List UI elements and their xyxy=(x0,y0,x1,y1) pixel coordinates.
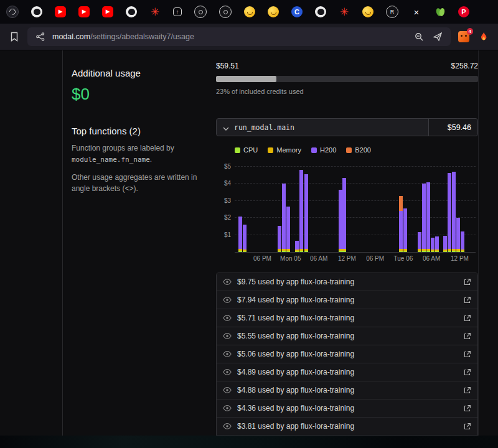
bar-segment-cpu xyxy=(448,251,451,252)
usage-row-text: $5.06 used by app flux-lora-training xyxy=(237,350,354,358)
tab-favicon-github-icon[interactable] xyxy=(126,6,137,17)
bar-segment-cpu xyxy=(435,251,439,252)
bar-segment-cpu xyxy=(456,251,460,252)
external-link-icon[interactable] xyxy=(463,368,471,376)
legend-item: H200 xyxy=(311,146,336,154)
usage-row-text: $4.36 used by app flux-lora-training xyxy=(237,404,354,413)
bar-segment-h200 xyxy=(295,241,299,250)
external-link-icon[interactable] xyxy=(463,350,471,358)
eye-icon[interactable] xyxy=(223,314,232,322)
tab-favicon-emoji-icon[interactable] xyxy=(362,6,374,17)
bar-segment-cpu xyxy=(461,251,464,252)
external-link-icon[interactable] xyxy=(463,404,471,413)
left-gutter xyxy=(0,50,63,436)
connections-icon[interactable] xyxy=(34,30,47,44)
chart-bar xyxy=(399,196,403,252)
tab-favicon-target-icon[interactable] xyxy=(219,6,232,18)
code-snippet: module_name.fn_name xyxy=(72,156,150,164)
chart-bar xyxy=(286,207,290,252)
bar-segment-cpu xyxy=(278,251,281,252)
x-tick-label: 12 PM xyxy=(451,255,469,262)
bar-segment-cpu xyxy=(243,251,247,252)
tab-favicon-emoji-icon[interactable] xyxy=(268,6,279,17)
chart-bar xyxy=(342,178,346,252)
eye-icon[interactable] xyxy=(223,422,232,431)
tab-favicon-youtube-icon[interactable]: ▶ xyxy=(78,6,90,17)
usage-chart: CPUMemoryH200B200 $1$2$3$4$5 06 PMMon 05… xyxy=(216,146,478,265)
tab-favicon-youtube-icon[interactable]: ▶ xyxy=(55,6,66,17)
eye-icon[interactable] xyxy=(223,350,232,358)
function-group-row[interactable]: run_modal.main $59.46 xyxy=(216,118,478,136)
tab-favicon-r-icon[interactable]: R xyxy=(386,6,398,18)
top-functions-desc2: Other usage aggregates are written in an… xyxy=(72,172,206,194)
bar-segment-h200 xyxy=(238,217,242,249)
external-link-icon[interactable] xyxy=(463,386,471,394)
external-link-icon[interactable] xyxy=(463,278,471,286)
tab-favicon-app-icon[interactable] xyxy=(6,6,19,18)
credits-block: $59.51 $258.72 23% of included credits u… xyxy=(216,60,478,102)
bar-segment-cpu xyxy=(286,251,290,252)
x-tick-label: 06 PM xyxy=(253,255,271,262)
tab-favicon-github-icon[interactable] xyxy=(31,6,42,17)
usage-row: $7.94 used by app flux-lora-training xyxy=(217,291,477,309)
external-link-icon[interactable] xyxy=(463,296,471,304)
browser-toolbar: modal.com/settings/abedalswaity7/usage 4 xyxy=(0,24,498,50)
external-link-icon[interactable] xyxy=(463,314,471,322)
additional-usage-amount: $0 xyxy=(72,86,206,102)
bar-segment-cpu xyxy=(282,251,286,252)
external-link-icon[interactable] xyxy=(463,422,471,431)
usage-row: $3.81 used by app flux-lora-training xyxy=(217,417,477,435)
top-functions-block: Top functions (2) Function groups are la… xyxy=(72,118,206,436)
tab-favicon-avocado-icon[interactable] xyxy=(435,6,446,17)
y-tick-label: $5 xyxy=(216,163,231,170)
chart-bar xyxy=(243,225,247,252)
bar-segment-h200 xyxy=(304,174,308,248)
usage-row: $5.71 used by app flux-lora-training xyxy=(217,309,477,327)
tab-favicon-share-icon[interactable]: ↑ xyxy=(173,7,182,16)
tab-favicon-pinterest-icon[interactable]: P xyxy=(458,6,469,17)
url-path: /settings/abedalswaity7/usage xyxy=(90,32,194,41)
url-bar[interactable]: modal.com/settings/abedalswaity7/usage xyxy=(27,27,451,46)
eye-icon[interactable] xyxy=(223,332,232,340)
tab-favicon-youtube-icon[interactable]: ▶ xyxy=(102,6,113,17)
flame-icon[interactable] xyxy=(477,30,491,44)
gridline xyxy=(235,217,476,218)
gridline xyxy=(235,183,476,184)
x-tick-label: Mon 05 xyxy=(280,255,301,262)
external-link-icon[interactable] xyxy=(463,332,471,340)
eye-icon[interactable] xyxy=(223,296,232,304)
tab-favicon-github-icon[interactable] xyxy=(315,6,326,17)
function-usage-block: run_modal.main $59.46 CPUMemoryH200B200 … xyxy=(216,118,478,436)
tab-favicon-c-icon[interactable]: C xyxy=(291,6,303,17)
browser-window: ▶▶▶✳↑C✳R×P modal.com/settings/abedalswai… xyxy=(0,0,498,448)
chart-bar xyxy=(443,236,447,252)
bar-segment-cpu xyxy=(403,251,407,252)
bar-segment-cpu xyxy=(342,251,346,252)
eye-icon[interactable] xyxy=(223,404,232,413)
tab-favicon-close-icon[interactable]: × xyxy=(411,6,422,17)
tab-favicon-target-icon[interactable] xyxy=(194,6,207,18)
eye-icon[interactable] xyxy=(223,278,232,286)
bookmark-icon[interactable] xyxy=(7,30,21,44)
bar-segment-h200 xyxy=(282,184,286,248)
desc-suffix: . xyxy=(150,155,152,164)
x-tick-label: 06 PM xyxy=(366,255,384,262)
legend-swatch xyxy=(235,147,240,153)
chart-bar xyxy=(403,208,407,252)
usage-rows-list: $9.75 used by app flux-lora-training$7.9… xyxy=(216,273,478,436)
zoom-icon[interactable] xyxy=(412,30,426,44)
top-functions-desc: Function groups are labeled by module_na… xyxy=(72,142,206,166)
tab-favicon-starburst-icon[interactable]: ✳ xyxy=(339,6,350,17)
tab-favicon-starburst-icon[interactable]: ✳ xyxy=(149,6,161,17)
eye-icon[interactable] xyxy=(223,386,232,394)
bar-segment-h200 xyxy=(278,226,281,249)
privacy-badger-icon[interactable]: 4 xyxy=(457,30,471,44)
chart-bar xyxy=(282,184,286,252)
extension-badge: 4 xyxy=(467,28,473,35)
legend-item: Memory xyxy=(268,146,301,154)
legend-item: B200 xyxy=(346,146,371,154)
send-icon[interactable] xyxy=(431,30,444,44)
tab-favicon-emoji-icon[interactable] xyxy=(244,6,255,17)
eye-icon[interactable] xyxy=(223,368,232,376)
usage-row: $5.06 used by app flux-lora-training xyxy=(217,345,477,363)
